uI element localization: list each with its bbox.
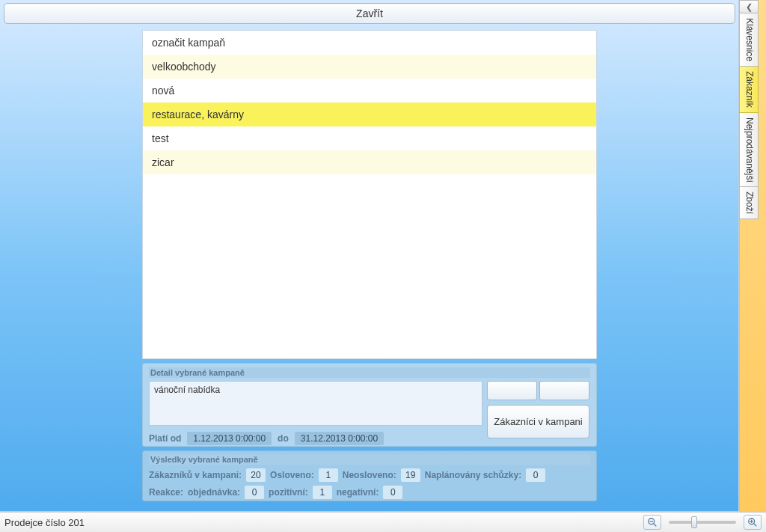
results-panel-title: Výsledky vybrané kampaně (149, 454, 590, 465)
list-item[interactable]: nová (143, 79, 596, 103)
campaign-note[interactable]: vánoční nabídka (149, 381, 482, 426)
negative-value: 0 (383, 486, 402, 499)
reaction-label: Reakce: (149, 487, 183, 498)
detail-panel: Detail vybrané kampaně vánoční nabídka Z… (142, 363, 597, 447)
negative-label: negativní: (337, 487, 379, 498)
zoom-in-button[interactable] (744, 515, 762, 530)
addressed-value: 1 (319, 468, 338, 482)
tab-bestsellers[interactable]: Nejprodávanější (739, 113, 759, 188)
customers-in-campaign-value: 20 (246, 468, 266, 482)
tab-keyboard[interactable]: Klávesnice (739, 13, 759, 67)
chevron-left-icon: ❮ (746, 2, 753, 12)
tab-goods[interactable]: Zboží (739, 187, 759, 219)
status-bar: Prodejce číslo 201 (0, 512, 766, 532)
unaddressed-label: Neosloveno: (343, 470, 396, 480)
detail-panel-title: Detail vybrané kampaně (149, 367, 590, 378)
list-item[interactable]: zicar (143, 150, 596, 174)
order-label: objednávka: (188, 487, 240, 498)
zoom-slider[interactable] (669, 521, 736, 524)
customers-in-campaign-label: Zákazníků v kampani: (149, 470, 242, 480)
detail-small-button-1[interactable] (487, 381, 537, 400)
detail-small-button-2[interactable] (539, 381, 589, 400)
list-item-selected[interactable]: restaurace, kavárny (143, 103, 596, 126)
zoom-slider-thumb[interactable] (691, 516, 697, 528)
list-item[interactable]: test (143, 126, 596, 150)
zoom-out-icon (647, 517, 658, 528)
valid-to-value[interactable]: 31.12.2013 0:00:00 (295, 432, 384, 445)
valid-from-value[interactable]: 1.12.2013 0:00:00 (187, 432, 272, 445)
addressed-label: Osloveno: (270, 470, 314, 480)
results-panel: Výsledky vybrané kampaně Zákazníků v kam… (142, 450, 597, 501)
meetings-value: 0 (526, 468, 545, 482)
zoom-in-icon (747, 517, 758, 528)
order-value: 0 (245, 486, 264, 499)
positive-label: pozitivní: (269, 487, 308, 498)
zoom-controls (643, 515, 762, 530)
svg-line-4 (754, 524, 757, 527)
campaign-list: označit kampaň velkoobchody nová restaur… (142, 30, 597, 359)
list-item[interactable]: velkoobchody (143, 55, 596, 79)
valid-from-label: Platí od (149, 433, 181, 444)
right-tabs: ❮ Klávesnice Zákazník Nejprodávanější Zb… (739, 0, 759, 219)
positive-value: 1 (313, 486, 332, 499)
unaddressed-value: 19 (401, 468, 420, 482)
valid-to-label: do (278, 433, 289, 444)
main-area: Zavřít označit kampaň velkoobchody nová … (0, 0, 739, 512)
customers-in-campaign-button[interactable]: Zákazníci v kampani (487, 405, 589, 438)
collapse-panel-button[interactable]: ❮ (739, 0, 759, 13)
validity-row: Platí od 1.12.2013 0:00:00 do 31.12.2013… (149, 432, 384, 445)
meetings-label: Naplánovány schůzky: (425, 470, 521, 480)
zoom-out-button[interactable] (643, 515, 661, 530)
status-text: Prodejce číslo 201 (4, 517, 643, 528)
list-item[interactable]: označit kampaň (143, 31, 596, 55)
tab-customer[interactable]: Zákazník (739, 67, 759, 113)
close-button[interactable]: Zavřít (4, 3, 735, 24)
svg-line-1 (654, 524, 657, 527)
